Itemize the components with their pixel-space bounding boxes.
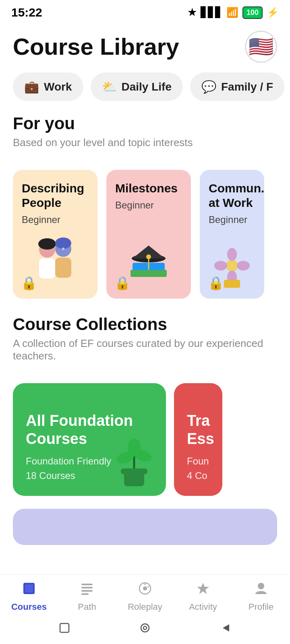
svg-point-33 xyxy=(258,583,264,589)
svg-rect-28 xyxy=(81,587,93,588)
charging-icon: ⚡ xyxy=(267,7,279,18)
courses-nav-label: Courses xyxy=(11,602,47,612)
nav-item-path[interactable]: Path xyxy=(67,581,107,612)
svg-point-13 xyxy=(226,260,238,272)
work-icon: 💼 xyxy=(24,80,39,94)
android-square-btn[interactable] xyxy=(58,622,70,637)
battery-indicator: 100 xyxy=(242,6,263,19)
svg-point-17 xyxy=(237,261,250,270)
nav-item-activity[interactable]: Activity xyxy=(183,581,223,612)
plant-illustration xyxy=(112,436,156,488)
signal-icon: ▋▋▋ xyxy=(201,7,222,18)
category-filter: 💼 Work ⛅ Daily Life 💬 Family / F xyxy=(0,72,290,114)
android-nav-bar xyxy=(0,616,290,644)
status-time: 15:22 xyxy=(11,6,42,19)
collections-title: Course Collections xyxy=(13,315,277,334)
svg-marker-37 xyxy=(223,624,229,632)
bottom-navigation: Courses Path xyxy=(0,574,290,644)
svg-rect-1 xyxy=(39,258,55,279)
course-card-describing-people[interactable]: Describing People Beginner 🔒 xyxy=(13,170,97,299)
collection-cards-scroll: All Foundation Courses Foundation Friend… xyxy=(0,383,290,509)
activity-nav-icon xyxy=(196,581,210,599)
svg-rect-34 xyxy=(60,623,69,632)
course-cards-scroll: Describing People Beginner 🔒 Mile xyxy=(0,170,290,315)
category-work[interactable]: 💼 Work xyxy=(13,72,83,101)
path-nav-icon xyxy=(80,581,94,599)
svg-point-5 xyxy=(55,237,71,249)
for-you-section: For you Based on your level and topic in… xyxy=(0,114,290,170)
course-lock-2: 🔒 xyxy=(114,275,130,291)
activity-nav-label: Activity xyxy=(189,602,217,612)
course-title-1: Describing People xyxy=(22,181,89,210)
svg-rect-20 xyxy=(121,469,147,474)
android-circle-btn[interactable] xyxy=(139,622,151,637)
wifi-icon: 📶 xyxy=(226,7,238,18)
svg-point-14 xyxy=(227,248,237,261)
category-daily-life[interactable]: ⛅ Daily Life xyxy=(91,72,183,101)
svg-rect-27 xyxy=(81,584,93,585)
profile-nav-icon xyxy=(254,581,268,599)
nav-item-courses[interactable]: Courses xyxy=(9,581,49,612)
collection-count-2: 4 Co xyxy=(187,470,209,481)
for-you-title: For you xyxy=(13,114,277,133)
course-card-communicating[interactable]: Commun.at Work Beginner 🔒 xyxy=(200,170,264,299)
course-level-2: Beginner xyxy=(115,200,182,211)
svg-point-24 xyxy=(128,439,141,456)
status-icons: ★ ▋▋▋ 📶 100 ⚡ xyxy=(188,6,279,19)
category-family-label: Family / F xyxy=(221,80,273,93)
svg-rect-26 xyxy=(25,584,33,592)
collection-card-travel[interactable]: TraEss Foun 4 Co xyxy=(174,383,222,496)
course-lock-1: 🔒 xyxy=(21,275,37,291)
collections-section: Course Collections A collection of EF co… xyxy=(0,315,290,383)
svg-point-6 xyxy=(62,248,64,250)
roleplay-nav-label: Roleplay xyxy=(128,602,162,612)
profile-nav-label: Profile xyxy=(249,602,273,612)
course-level-3: Beginner xyxy=(209,214,255,225)
language-flag[interactable]: 🇺🇸 xyxy=(245,31,277,63)
status-bar: 15:22 ★ ▋▋▋ 📶 100 ⚡ xyxy=(0,0,290,23)
category-work-label: Work xyxy=(44,80,72,93)
category-family[interactable]: 💬 Family / F xyxy=(190,72,284,101)
svg-rect-7 xyxy=(130,270,167,277)
nav-item-roleplay[interactable]: Roleplay xyxy=(125,581,165,612)
page-title: Course Library xyxy=(13,34,179,60)
collection-title-2: TraEss xyxy=(187,412,209,448)
category-daily-life-label: Daily Life xyxy=(122,80,172,93)
for-you-subtitle: Based on your level and topic interests xyxy=(13,136,277,149)
bluetooth-icon: ★ xyxy=(188,7,197,18)
course-lock-3: 🔒 xyxy=(208,275,224,291)
nav-item-profile[interactable]: Profile xyxy=(241,581,281,612)
svg-point-11 xyxy=(146,254,151,259)
nav-items-container: Courses Path xyxy=(0,575,290,616)
collection-tag-2: Foun xyxy=(187,456,209,467)
family-icon: 💬 xyxy=(201,80,216,94)
svg-point-35 xyxy=(141,624,149,632)
page-header: Course Library 🇺🇸 xyxy=(0,23,290,72)
collection-card-foundation[interactable]: All Foundation Courses Foundation Friend… xyxy=(13,383,166,496)
course-title-2: Milestones xyxy=(115,181,182,196)
android-back-btn[interactable] xyxy=(220,622,232,637)
path-nav-label: Path xyxy=(78,602,96,612)
svg-rect-29 xyxy=(81,590,93,592)
roleplay-nav-icon xyxy=(138,581,152,599)
svg-point-2 xyxy=(38,238,56,250)
course-card-milestones[interactable]: Milestones Beginner 🔒 xyxy=(106,170,191,299)
svg-rect-30 xyxy=(81,593,89,595)
purple-card-preview[interactable] xyxy=(13,509,277,545)
courses-nav-icon xyxy=(22,581,36,599)
course-level-1: Beginner xyxy=(22,214,89,225)
svg-rect-4 xyxy=(55,258,71,278)
daily-life-icon: ⛅ xyxy=(102,80,117,94)
svg-point-16 xyxy=(214,261,227,270)
course-title-3: Commun.at Work xyxy=(209,181,255,210)
svg-point-36 xyxy=(143,626,147,630)
svg-point-32 xyxy=(143,586,147,590)
collections-subtitle: A collection of EF courses curated by ou… xyxy=(13,337,277,362)
svg-rect-18 xyxy=(224,280,240,288)
